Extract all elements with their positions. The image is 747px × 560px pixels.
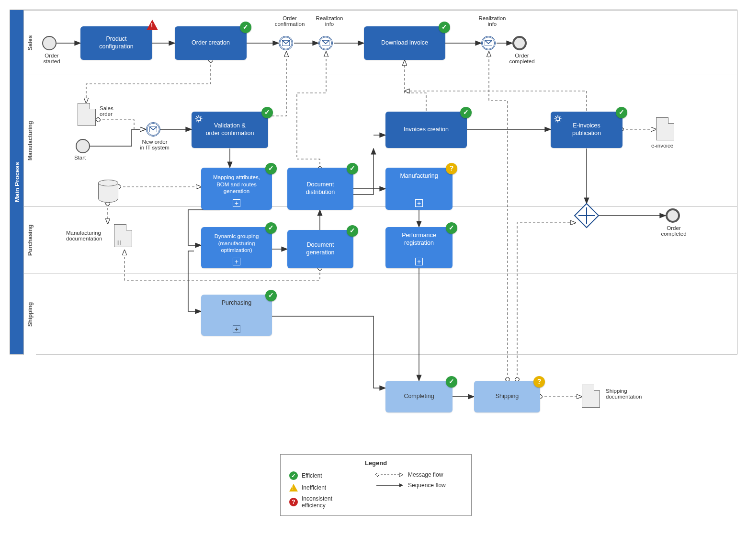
status-efficient-icon: ✓ — [446, 222, 457, 234]
task-download-invoice[interactable]: Download invoice ✓ — [364, 26, 445, 60]
multi-instance-icon: ||| — [116, 240, 122, 245]
legend-label: Inefficient — [302, 484, 326, 491]
task-order-creation[interactable]: Order creation ✓ — [175, 26, 247, 60]
subprocess-icon — [233, 258, 240, 265]
data-object-mfg-doc: ||| — [114, 224, 132, 247]
status-inefficient-icon: ! — [289, 484, 298, 491]
status-inefficient-icon — [147, 20, 158, 30]
task-label: Download invoice — [381, 39, 428, 47]
legend-item-sequence-flow: Sequence flow — [375, 482, 446, 489]
task-manufacturing[interactable]: Manufacturing ? — [385, 168, 453, 210]
label-shipping-doc: Shippingdocumentation — [606, 388, 654, 400]
task-dynamic-grouping[interactable]: Dynamic grouping(manufacturingoptimizati… — [201, 227, 272, 268]
task-label: Documentdistribution — [306, 181, 335, 196]
task-completing[interactable]: Completing ✓ — [385, 381, 453, 412]
label-start-sales: Start — [74, 155, 86, 160]
message-event-order-confirmation — [279, 36, 293, 50]
svg-line-21 — [559, 120, 560, 121]
message-flow-icon — [375, 472, 404, 478]
end-event-order-completed-main — [666, 208, 680, 223]
task-label: Invoices creation — [404, 126, 449, 134]
status-efficient-icon: ✓ — [265, 290, 277, 301]
status-efficient-icon: ✓ — [446, 376, 457, 388]
legend-item-message-flow: Message flow — [375, 471, 443, 478]
envelope-icon — [322, 40, 329, 46]
task-mapping-attributes[interactable]: Mapping attributes,BOM and routesgenerat… — [201, 168, 272, 210]
message-event-realization-1 — [318, 36, 333, 50]
data-object-sales-order — [78, 103, 96, 126]
task-label: Validation &order confirmation — [206, 122, 254, 137]
envelope-icon — [149, 126, 157, 132]
task-purchasing[interactable]: Purchasing ✓ — [201, 295, 272, 336]
envelope-icon — [282, 40, 290, 46]
status-efficient-icon: ✓ — [265, 163, 277, 174]
status-efficient-icon: ✓ — [347, 225, 358, 237]
gear-icon — [194, 114, 203, 123]
status-inconsistent-icon: ? — [446, 163, 457, 174]
status-efficient-icon: ✓ — [616, 107, 627, 118]
svg-line-22 — [555, 120, 556, 121]
subprocess-icon — [233, 199, 240, 207]
task-shipping[interactable]: Shipping ? — [474, 381, 540, 412]
legend-item-efficient: ✓ Efficient — [289, 471, 322, 480]
legend: Legend ✓ Efficient ! Inefficient ? Incon… — [280, 454, 472, 516]
task-label: Productconfiguration — [99, 35, 134, 50]
task-label: E-invoicespublication — [572, 122, 601, 137]
task-label: Order creation — [192, 39, 230, 47]
status-efficient-icon: ✓ — [240, 22, 251, 33]
task-product-configuration[interactable]: Productconfiguration — [80, 26, 152, 60]
pool-main-process: Main Process Sales Manufacturing Purchas… — [10, 10, 737, 354]
lane-header-purchasing: Purchasing — [23, 207, 36, 274]
label-mfg-doc: Manufacturingdocumentation — [66, 230, 112, 241]
bpmn-diagram: Client Main Process Sales Manufacturing … — [10, 10, 737, 551]
subprocess-icon — [415, 199, 423, 207]
task-invoices-creation[interactable]: Invoices creation ✓ — [385, 112, 467, 148]
legend-item-inconsistent: ? Inconsistentefficiency — [289, 495, 332, 509]
task-label: Completing — [404, 393, 434, 400]
svg-line-14 — [200, 116, 201, 117]
task-performance-registration[interactable]: Performanceregistration ✓ — [385, 227, 453, 268]
task-document-generation[interactable]: Documentgeneration ✓ — [287, 230, 353, 268]
legend-label: Efficient — [302, 472, 322, 479]
gear-icon — [554, 114, 562, 123]
message-event-new-order — [146, 122, 160, 137]
sequence-flow-icon — [375, 482, 404, 488]
svg-point-15 — [556, 117, 560, 121]
svg-line-23 — [559, 116, 560, 117]
label-order-started: Orderstarted — [37, 53, 66, 64]
legend-item-inefficient: ! Inefficient — [289, 484, 326, 491]
task-label: Dynamic grouping(manufacturingoptimizati… — [215, 233, 259, 253]
task-validation-confirmation[interactable]: Validation &order confirmation ✓ — [192, 112, 268, 148]
task-document-distribution[interactable]: Documentdistribution ✓ — [287, 168, 353, 210]
task-label: Shipping — [496, 393, 519, 400]
status-efficient-icon: ✓ — [439, 22, 450, 33]
label-realization-2: Realizationinfo — [473, 15, 511, 27]
task-label: Purchasing — [222, 299, 252, 307]
status-efficient-icon: ✓ — [265, 222, 277, 234]
label-order-completed-client: Ordercompleted — [505, 53, 539, 64]
lane-header-shipping: Shipping — [23, 274, 36, 355]
start-event-sales — [76, 139, 90, 153]
lane-header-manufacturing: Manufacturing — [23, 75, 36, 206]
svg-line-12 — [200, 120, 201, 121]
message-event-realization-2 — [481, 36, 496, 50]
label-realization-1: Realizationinfo — [310, 15, 349, 27]
lane-header-sales: Sales — [23, 11, 36, 75]
label-einvoice: e-invoice — [651, 143, 673, 149]
status-efficient-icon: ✓ — [347, 163, 358, 174]
svg-line-13 — [196, 120, 197, 121]
subprocess-icon — [233, 325, 240, 333]
data-store — [98, 180, 118, 203]
envelope-icon — [485, 40, 492, 46]
task-einvoices-publication[interactable]: E-invoicespublication ✓ — [551, 112, 622, 148]
label-sales-order: Salesorder — [100, 105, 124, 117]
status-efficient-icon: ✓ — [261, 107, 273, 118]
data-object-einvoice — [656, 117, 674, 140]
data-object-shipping-doc — [582, 385, 600, 408]
pool-header-main: Main Process — [10, 10, 23, 354]
svg-line-20 — [555, 116, 556, 117]
svg-line-11 — [196, 116, 197, 117]
legend-label: Message flow — [408, 471, 443, 478]
task-label: Performanceregistration — [402, 232, 436, 247]
label-order-completed-main: Ordercompleted — [657, 225, 690, 237]
